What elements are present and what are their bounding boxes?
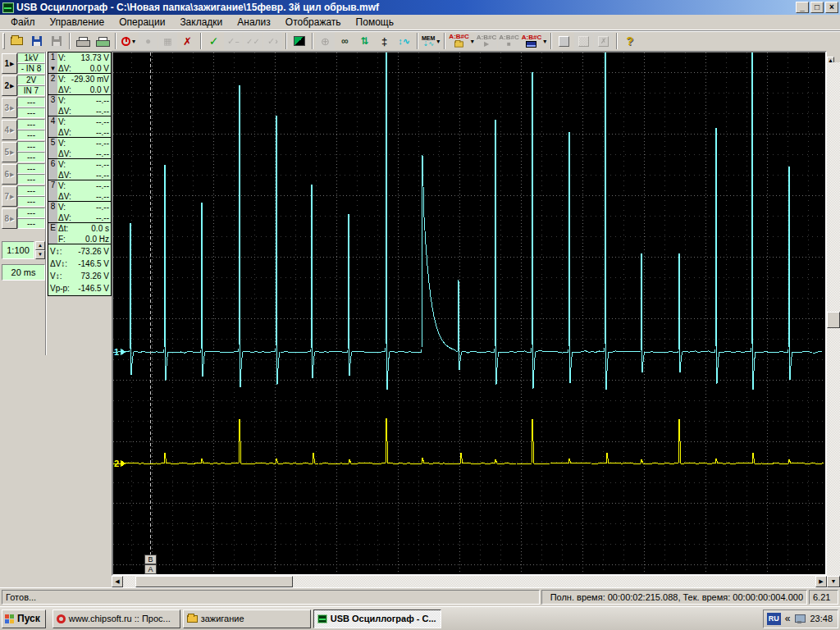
cursor-value-line: Vp-p:-146.5 V [50,282,109,294]
task-folder[interactable]: зажигание [183,609,311,628]
network-icon[interactable] [794,614,806,623]
timebase-value: 20 ms [2,264,45,281]
channel-settings-6: ------ [17,163,45,185]
record-button[interactable]: ▾ [119,32,138,50]
menu-item-4[interactable]: Закладки [172,16,230,29]
vertical-scroll-thumb[interactable] [827,312,840,328]
trace-label-channel-2: 2 [114,459,119,468]
center-trace-button[interactable]: ‡ [375,32,394,50]
autoscale-button[interactable]: ↕∿ [395,32,413,50]
channel-input-2: IN 7 [17,85,45,96]
delta-voltage-line: ΔV:--.-- [58,212,109,223]
dropdown-arrow-icon[interactable]: ▾ [436,38,440,45]
menu-bar: ФайлУправлениеОперацииЗакладкиАнализОтоб… [0,15,840,30]
task-oscilloscope[interactable]: USB Осциллограф - C... [313,609,441,628]
channel-button-3[interactable]: 3▶ [2,98,17,118]
apply-check-button[interactable]: ✓ [204,32,223,50]
save-as-button [47,32,66,50]
help-button[interactable]: ? [620,32,639,50]
measure-channel-number: 4 [48,116,57,137]
menu-item-2[interactable]: Управление [43,16,112,29]
channel-input-1: - IN 8 [17,63,45,74]
delete-button[interactable]: ✗ [178,32,197,50]
task-browser[interactable]: www.chipsoft.ru :: Прос... [52,609,180,628]
toolbar: ▾●▦✗✓✓₋✓✓✓›⊕∞⇅‡↕∿MEM⇣∿▾A:B#C▾A:B#C▶A:B#C… [0,30,840,51]
channel-row-4: 4▶------ [2,119,45,141]
toolbar-separator [312,33,313,49]
menu-item-1[interactable]: Файл [3,16,43,29]
measure-values: V:--.--ΔV:--.-- [57,138,111,158]
menu-item-7[interactable]: Помощь [349,16,401,29]
measure-row-5: 5V:--.--ΔV:--.-- [48,138,111,159]
voltage-line: V:--.-- [58,180,109,191]
scroll-left-button[interactable]: ◀ [112,576,123,587]
status-message: Готов... [2,590,540,605]
channel-button-8[interactable]: 8▶ [2,208,17,229]
measure-row-event: EΔt:0.0 sF:0.0 Hz [48,223,111,244]
delta-voltage-line: ΔV:--.-- [58,106,109,116]
dropdown-arrow-icon[interactable]: ▾ [471,38,474,45]
minimize-button[interactable]: _ [796,2,809,13]
measure-values: V:-29.30 mVΔV:0.0 V [57,74,111,94]
find-signal-button[interactable]: ∞ [336,32,354,50]
script-open-button[interactable]: A:B#C▾ [448,32,474,50]
menu-item-3[interactable]: Операции [112,16,172,29]
task-label: USB Осциллограф - C... [331,614,436,623]
delta-voltage-line: ΔV:0.0 V [58,84,109,95]
vertical-scrollbar[interactable]: ▲ ▼ [827,51,840,587]
open-file-button[interactable] [7,32,26,50]
channel-button-1[interactable]: 1▶ [2,53,17,74]
channel-button-5[interactable]: 5▶ [2,142,17,162]
horizontal-scroll-thumb[interactable] [135,576,293,587]
delta-voltage-line: ΔV:--.-- [58,191,109,202]
channel-button-7[interactable]: 7▶ [2,186,17,207]
check-all-button: ✓✓ [244,32,262,50]
toolbar-grip[interactable] [2,33,5,49]
measure-row-6: 6V:--.--ΔV:--.-- [48,159,111,180]
cursor-value-line: V↕:73.26 V [50,270,109,282]
language-indicator[interactable]: RU [767,613,781,625]
probe-spinner-down[interactable]: ▼ [35,250,45,259]
print-button[interactable] [73,32,92,50]
channel-button-2[interactable]: 2▶ [2,75,17,96]
snapshot-button: ▦ [158,32,177,50]
print-settings-button[interactable] [93,32,112,50]
channel-button-4[interactable]: 4▶ [2,120,17,140]
channel-range-3: --- [17,97,45,107]
dropdown-arrow-icon[interactable]: ▾ [132,38,135,45]
dropdown-arrow-icon[interactable]: ▾ [543,38,546,45]
close-button[interactable]: × [825,2,838,13]
display-mode-button[interactable] [290,32,308,50]
measure-channel-number: 3 [48,95,57,116]
scroll-right-button[interactable]: ▶ [815,576,827,587]
windows-logo-icon [5,614,14,623]
measure-values: V:13.73 VΔV:0.0 V [57,52,111,73]
menu-item-5[interactable]: Анализ [230,16,278,29]
scroll-down-button[interactable]: ▼ [827,576,840,587]
oscilloscope-display[interactable]: 12BA [112,51,827,576]
probe-spinner-up[interactable]: ▲ [35,241,45,250]
menu-item-6[interactable]: Отображать [278,16,349,29]
horizontal-scrollbar[interactable]: ◀ ▶ [112,576,827,587]
save-file-button[interactable] [27,32,46,50]
script-panel-button[interactable]: A:B#C▾ [521,32,547,50]
voltage-line: V:--.-- [58,159,109,170]
tray-expand-chevron[interactable]: « [785,614,791,623]
memory-button[interactable]: MEM⇣∿▾ [421,32,441,50]
probe-ratio-value: 1:100 [2,241,34,259]
app-icon [2,2,14,13]
channel-row-8: 8▶------ [2,208,45,230]
measure-row-2: 2V:-29.30 mVΔV:0.0 V [48,74,111,95]
pane-single-button[interactable] [555,32,573,50]
script-stop-button: A:B#C■ [498,32,519,50]
fit-vertical-button[interactable]: ⇅ [355,32,374,50]
start-button[interactable]: Пуск [2,609,46,628]
measurement-panel: 1▼V:13.73 VΔV:0.0 V2V:-29.30 mVΔV:0.0 V3… [48,52,112,296]
maximize-button[interactable]: □ [810,2,824,13]
measure-channel-number: 6 [48,159,57,180]
channel-range-4: --- [17,119,45,130]
channel-button-6[interactable]: 6▶ [2,164,17,185]
channel-input-4: --- [17,130,45,140]
scope-canvas[interactable]: 12BA [113,52,825,574]
measure-values: V:--.--ΔV:--.-- [57,95,111,116]
